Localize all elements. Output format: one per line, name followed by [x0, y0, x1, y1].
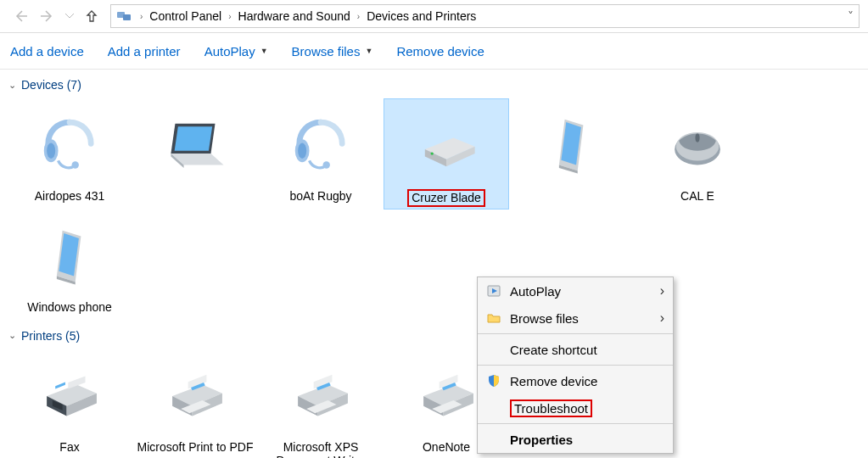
printers-items: Fax Microsoft Print to PDF Microsoft XPS…	[0, 346, 868, 458]
folder-icon	[486, 310, 501, 326]
browse-files-button[interactable]: Browse files▼	[292, 44, 373, 59]
svg-point-4	[72, 161, 79, 168]
printer-label: OneNote	[423, 440, 470, 455]
svg-point-15	[431, 152, 434, 154]
menu-label: Troubleshoot	[510, 399, 592, 417]
device-label: CAL E	[680, 189, 714, 204]
group-header-devices[interactable]: ⌄ Devices (7)	[0, 75, 868, 95]
menu-properties[interactable]: Properties	[478, 426, 673, 453]
breadcrumb-expand[interactable]: ˅	[848, 9, 854, 23]
printer-icon	[406, 355, 487, 437]
printer-icon	[154, 355, 236, 437]
device-item[interactable]: Windows phone	[7, 209, 132, 317]
device-item[interactable]	[132, 98, 258, 209]
content-area: ⌄ Devices (7) Airdopes 431 boAt Rugby	[0, 70, 868, 458]
chevron-down-icon: ⌄	[8, 80, 16, 91]
device-label: Cruzer Blade	[407, 189, 485, 207]
devices-items: Airdopes 431 boAt Rugby Cruzer Blade	[0, 95, 868, 326]
chevron-right-icon: ›	[352, 12, 365, 21]
add-device-button[interactable]: Add a device	[10, 44, 84, 59]
headset-icon	[280, 104, 361, 186]
menu-separator	[478, 365, 673, 366]
menu-separator	[478, 423, 673, 424]
printer-icon	[280, 355, 361, 437]
up-button[interactable]	[80, 4, 104, 28]
printer-label: Fax	[59, 440, 79, 455]
mouse-icon	[657, 104, 738, 186]
back-button[interactable]	[8, 4, 32, 28]
context-menu: AutoPlay › Browse files › Create shortcu…	[477, 276, 674, 454]
fax-icon	[29, 355, 110, 437]
device-item[interactable]	[509, 98, 635, 209]
breadcrumb-item[interactable]: Hardware and Sound	[237, 9, 352, 23]
device-item[interactable]: boAt Rugby	[258, 98, 384, 209]
nav-bar: › Control Panel › Hardware and Sound › D…	[0, 0, 868, 33]
device-item-selected[interactable]: Cruzer Blade	[384, 98, 509, 209]
device-label: boAt Rugby	[289, 189, 351, 204]
menu-troubleshoot[interactable]: Troubleshoot	[478, 394, 673, 422]
recent-dropdown[interactable]	[63, 4, 76, 28]
phone-icon	[531, 104, 613, 186]
menu-label: AutoPlay	[510, 284, 561, 299]
shield-icon	[486, 373, 501, 388]
group-header-printers[interactable]: ⌄ Printers (5)	[0, 326, 868, 346]
autoplay-button[interactable]: AutoPlay▼	[204, 44, 268, 59]
forward-button[interactable]	[36, 4, 59, 28]
laptop-icon	[154, 104, 236, 186]
caret-down-icon: ▼	[260, 47, 268, 55]
group-title: Printers (5)	[21, 329, 80, 343]
svg-rect-1	[123, 14, 131, 20]
phone-icon	[29, 215, 110, 297]
device-item[interactable]: CAL E	[635, 98, 760, 209]
add-printer-button[interactable]: Add a printer	[108, 44, 181, 59]
svg-point-3	[47, 142, 55, 158]
menu-label: Remove device	[510, 374, 597, 388]
printer-item[interactable]: Microsoft XPS Document Writer	[258, 349, 384, 458]
device-item[interactable]: Airdopes 431	[7, 98, 132, 209]
chevron-down-icon: ⌄	[8, 330, 16, 341]
group-title: Devices (7)	[21, 78, 81, 92]
menu-label: Create shortcut	[510, 343, 597, 357]
printer-label: Microsoft XPS Document Writer	[262, 440, 379, 458]
svg-point-10	[298, 142, 306, 158]
breadcrumb-item[interactable]: Control Panel	[148, 9, 223, 23]
menu-label: Properties	[510, 433, 573, 447]
chevron-right-icon: ›	[135, 12, 148, 21]
menu-separator	[478, 333, 673, 334]
menu-label: Browse files	[510, 311, 579, 326]
caret-down-icon: ▼	[365, 47, 372, 55]
menu-remove-device[interactable]: Remove device	[478, 367, 673, 394]
drive-icon	[406, 104, 487, 186]
printer-item[interactable]: Fax	[7, 349, 132, 458]
autoplay-icon	[486, 283, 501, 299]
menu-autoplay[interactable]: AutoPlay ›	[478, 277, 673, 304]
device-label: Windows phone	[27, 300, 112, 315]
chevron-right-icon: ›	[223, 12, 236, 21]
remove-device-button[interactable]: Remove device	[396, 44, 484, 59]
svg-point-11	[323, 161, 330, 168]
menu-browse-files[interactable]: Browse files ›	[478, 304, 673, 332]
breadcrumb-item[interactable]: Devices and Printers	[365, 9, 478, 23]
svg-marker-6	[175, 126, 213, 151]
svg-rect-30	[55, 382, 65, 388]
breadcrumb[interactable]: › Control Panel › Hardware and Sound › D…	[110, 4, 860, 28]
printer-label: Microsoft Print to PDF	[137, 440, 254, 455]
headset-icon	[29, 104, 110, 186]
svg-point-21	[695, 134, 699, 142]
printer-item[interactable]: Microsoft Print to PDF	[132, 349, 258, 458]
menu-create-shortcut[interactable]: Create shortcut	[478, 336, 673, 363]
chevron-right-icon: ›	[660, 310, 664, 326]
device-label: Airdopes 431	[35, 189, 105, 204]
chevron-right-icon: ›	[660, 283, 664, 299]
control-panel-icon	[116, 8, 132, 24]
command-bar: Add a device Add a printer AutoPlay▼ Bro…	[0, 33, 868, 70]
